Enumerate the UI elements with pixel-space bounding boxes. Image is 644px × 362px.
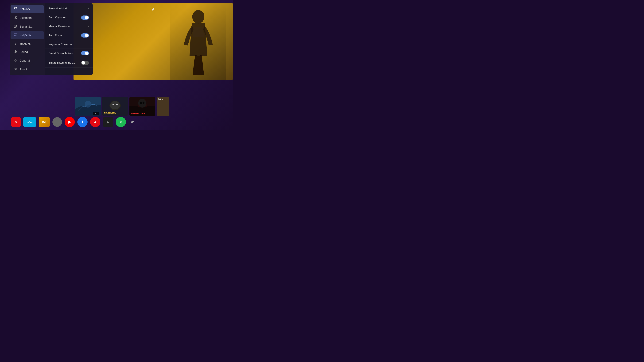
spotify-label: ♫ [120,120,122,124]
hero-figure [170,3,226,80]
thumbnail-2[interactable]: GOOD BOY [102,97,128,116]
svg-point-30 [142,102,144,104]
svg-rect-11 [16,59,17,60]
thumbnail-title-goodboy: GOOD BOY [104,112,116,114]
chevron-icon-manual-keystone: › [88,25,89,28]
thumbnail-title-wrongturn: WRONG TURN [131,112,145,114]
signal-icon [14,25,18,28]
thumbnail-timer: 13:27 [93,112,100,115]
settings-item-auto-focus[interactable]: Auto Focus [45,31,93,40]
sidebar-label-bluetooth: Bluetooth [20,16,32,20]
scroll-indicator [44,36,45,49]
grid-icon [14,59,18,63]
svg-point-28 [138,99,146,108]
app-appletv[interactable]: tv [103,117,113,127]
svg-point-24 [112,104,114,105]
youtube-icon-label: ▶ [68,120,71,124]
auto-keystone-toggle[interactable] [81,15,89,20]
smart-obstacle-label: Smart Obstacle Avoi... [48,52,76,55]
sliders-icon [14,67,18,71]
smart-obstacle-toggle[interactable] [81,51,89,55]
sidebar: Network Bluetooth [10,3,45,75]
projection-mode-label: Projection Mode [48,7,68,10]
svg-point-19 [15,69,16,70]
svg-point-0 [192,10,204,23]
sidebar-item-image-quality[interactable]: Image q... [10,40,44,48]
chevron-icon-projection-mode: › [88,7,89,10]
speaker-icon [14,50,18,54]
auto-focus-label: Auto Focus [48,34,62,37]
svg-point-17 [15,68,16,69]
image-icon [14,33,18,37]
sidebar-item-sound[interactable]: Sound [10,48,44,56]
sidebar-wrapper: Network Bluetooth [10,3,45,75]
svg-point-25 [116,104,118,105]
sidebar-label-general: General [20,59,30,62]
smart-entering-label: Smart Entering the s... [48,61,76,64]
sidebar-item-general[interactable]: General [10,56,44,65]
svg-rect-12 [14,61,15,62]
svg-rect-27 [130,106,155,116]
app-myplex[interactable]: MY≡ [39,117,50,127]
monitor-icon [14,42,18,45]
auto-focus-toggle[interactable] [81,33,89,37]
sidebar-item-network[interactable]: Network [10,5,44,13]
auto-keystone-label: Auto Keystone [48,16,66,19]
app-youtube[interactable]: ▶ [64,117,75,127]
app-repeat[interactable]: ⟳ [128,117,136,127]
thumbnail-3[interactable]: WRONG TURN [130,97,155,116]
settings-item-smart-entering[interactable]: Smart Entering the s... [45,58,93,67]
person-silhouette [181,8,216,75]
app-facebook[interactable]: f [77,117,88,127]
app-netflix[interactable]: N [11,117,21,127]
sidebar-label-image-quality: Image q... [20,42,32,45]
sidebar-item-signal[interactable]: Signal S... [10,23,44,31]
svg-rect-13 [16,61,17,62]
settings-item-keystone-correction[interactable]: Keystone Correction... [45,40,93,49]
settings-item-projection-mode[interactable]: Projection Mode › [45,4,93,13]
svg-point-29 [140,102,142,104]
appletv-label: tv [107,121,109,123]
sidebar-label-about: About [20,68,27,71]
thumbnail-1[interactable]: 13:27 [75,97,101,116]
smart-entering-toggle[interactable] [81,61,89,65]
red-circle-label: ● [94,120,96,125]
hero-area: ∧ [74,3,233,80]
svg-rect-10 [14,59,15,60]
thumbnail-4-label: GA... [158,98,163,100]
manual-keystone-label: Manual Keystone [48,25,70,28]
thumbnail-4[interactable]: GA... [156,97,170,116]
app-dock: N prime MY≡ ▶ f ● tv ♫ ⟳ [8,115,225,129]
sidebar-item-about[interactable]: About [10,65,44,73]
wifi-icon [14,7,18,11]
settings-item-auto-keystone[interactable]: Auto Keystone [45,13,93,22]
settings-item-manual-keystone[interactable]: Manual Keystone › [45,22,93,31]
facebook-label: f [82,120,83,124]
svg-point-21 [85,101,91,107]
bluetooth-icon [14,16,18,20]
sidebar-label-sound: Sound [20,50,28,54]
myplex-label: MY≡ [42,121,46,123]
repeat-icon-label: ⟳ [131,120,134,124]
settings-overlay: Network Bluetooth [10,3,93,75]
app-red-circle[interactable]: ● [90,117,100,127]
svg-point-18 [16,69,17,69]
settings-item-smart-obstacle[interactable]: Smart Obstacle Avoi... [45,49,93,58]
up-arrow[interactable]: ∧ [152,6,155,12]
svg-rect-7 [14,42,17,44]
keystone-correction-label: Keystone Correction... [48,43,76,46]
thumbnails-row: 13:27 GOOD BOY WRONG TURN GA... [74,97,233,116]
sidebar-label-projection: Projectio... [20,33,33,37]
app-grey1[interactable] [52,117,62,127]
sidebar-label-signal: Signal S... [20,25,32,28]
sidebar-item-bluetooth[interactable]: Bluetooth [10,13,44,22]
sidebar-item-projection[interactable]: Projectio... [10,31,44,39]
prime-label: prime [27,121,32,123]
sidebar-label-network: Network [20,7,30,11]
settings-panel: Projection Mode › Auto Keystone Manual K… [45,3,93,75]
svg-point-3 [16,26,16,27]
app-prime[interactable]: prime [23,117,36,127]
app-spotify[interactable]: ♫ [116,117,126,127]
